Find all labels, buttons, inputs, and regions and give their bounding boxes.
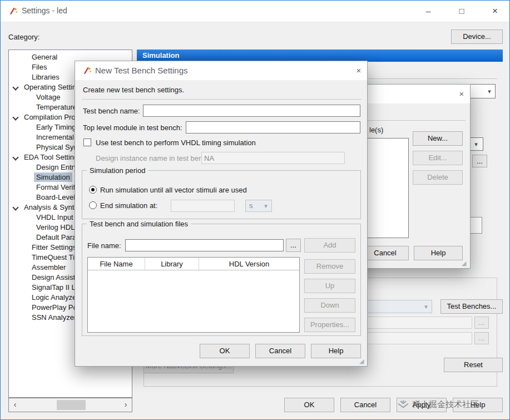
dialog-separator [82,99,362,100]
test-benches-button[interactable]: Test Benches... [440,299,503,314]
time-unit-combobox[interactable]: s ▾ [245,200,272,212]
vhdl-timing-checkbox-label: Use test bench to perform VHDL timing si… [96,139,256,147]
run-until-stimuli-label: Run simulation until all vector stimuli … [100,186,247,194]
script-browse-button-2[interactable]: ... [474,332,489,344]
design-instance-input[interactable] [201,152,345,164]
delete-button[interactable]: Delete [413,170,463,185]
chevron-down-icon[interactable]: ▾ [469,138,483,150]
tree-item-label: General [29,52,60,62]
help-button[interactable]: Help [414,246,463,260]
output-directory-browse-button[interactable]: ... [472,155,487,167]
tree-item-label: VHDL Input [34,213,76,222]
chevron-down-icon[interactable]: ▾ [484,85,495,98]
label-fragment: le(s) [369,126,383,134]
end-simulation-at-radio[interactable] [89,201,97,209]
tree-item-label: Libraries [29,72,62,82]
column-header-hdl-version: HDL Version [199,258,299,270]
design-instance-label: Design instance name in test bench: [96,154,212,162]
column-header-library: Library [145,258,199,270]
chevron-down-icon[interactable] [12,204,18,210]
help-button[interactable]: Help [311,344,361,358]
time-unit-value: s [249,200,253,211]
tree-item-label: Files [29,62,49,72]
tree-item-label: Voltage [34,92,62,102]
tree-item-label: Assembler [29,263,68,272]
chevron-down-icon[interactable] [12,84,18,90]
reset-button[interactable]: Reset [444,358,503,372]
minimize-icon[interactable]: – [419,4,438,18]
close-icon[interactable]: × [352,65,365,77]
tree-horizontal-scrollbar[interactable]: ‹ › [8,398,132,412]
chevron-down-icon[interactable]: ▾ [420,300,432,313]
juejin-logo-icon [398,399,409,410]
up-button[interactable]: Up [304,279,355,293]
end-time-input[interactable] [171,200,235,212]
section-header: Simulation [137,50,503,62]
vhdl-timing-checkbox[interactable] [83,139,91,146]
run-until-stimuli-radio[interactable] [89,186,97,194]
page-separator [369,78,497,79]
file-name-label: File name: [87,241,121,250]
app-icon [8,6,18,16]
end-simulation-at-label: End simulation at: [100,201,157,210]
test-bench-name-input[interactable] [143,105,360,117]
resize-grip[interactable]: ◢ [462,260,466,266]
tree-item-label: Simulation [34,172,72,182]
chevron-down-icon[interactable] [12,114,18,120]
ok-button[interactable]: OK [200,344,250,358]
chevron-down-icon[interactable]: ▾ [260,200,271,211]
settings-window: Settings - led – □ × Category: Device...… [0,0,510,420]
dialog-titlebar[interactable]: New Test Bench Settings × [75,61,367,80]
files-table[interactable]: File Name Library HDL Version [87,257,300,333]
script-browse-button[interactable]: ... [474,317,489,329]
close-icon[interactable]: × [455,88,468,100]
remove-button[interactable]: Remove [304,259,355,274]
add-button[interactable]: Add [304,238,355,253]
file-name-input[interactable] [125,239,284,251]
cancel-button[interactable]: Cancel [362,246,409,260]
tree-item-label: Fitter Settings [29,243,78,252]
new-button[interactable]: New... [413,131,463,146]
dialog-intro-text: Create new test bench settings. [83,86,184,94]
ok-button[interactable]: OK [284,398,334,412]
new-test-bench-settings-dialog: New Test Bench Settings × Create new tes… [75,61,368,367]
maximize-icon[interactable]: □ [452,4,471,18]
scroll-left-icon[interactable]: ‹ [10,401,20,409]
top-level-module-input[interactable] [186,121,360,134]
close-icon[interactable]: × [486,4,504,18]
file-browse-button[interactable]: ... [286,239,301,252]
tree-item-label: Temperature [34,102,79,112]
watermark-text: 稀土掘金技术社区 [412,399,479,410]
top-level-module-label: Top level module in test bench: [83,123,182,132]
properties-button[interactable]: Properties... [304,318,355,332]
window-titlebar[interactable]: Settings - led – □ × [1,1,509,22]
chevron-down-icon[interactable] [12,154,18,160]
app-icon [82,66,92,76]
resize-grip[interactable]: ◢ [359,358,364,364]
column-header-file-name: File Name [88,258,145,270]
test-bench-name-label: Test bench name: [83,107,140,115]
format-combobox-fragment[interactable]: ▾ [469,137,483,151]
dialog-title: New Test Bench Settings [95,66,187,75]
simulation-period-group-label: Simulation period [87,166,148,175]
category-label: Category: [8,33,39,41]
watermark: 稀土掘金技术社区 [398,398,479,411]
window-title: Settings - led [22,6,67,15]
down-button[interactable]: Down [304,298,355,313]
tree-item-label: Board-Level [34,192,77,202]
scrollbar-thumb[interactable] [57,400,86,410]
scroll-right-icon[interactable]: › [121,401,131,409]
tree-item-label: SSN Analyzer [29,313,78,322]
edit-button[interactable]: Edit... [413,151,463,165]
device-button[interactable]: Device... [451,29,503,44]
cancel-button[interactable]: Cancel [255,344,305,358]
files-group-label: Test bench and simulation files [87,220,191,228]
cancel-button[interactable]: Cancel [340,398,390,412]
